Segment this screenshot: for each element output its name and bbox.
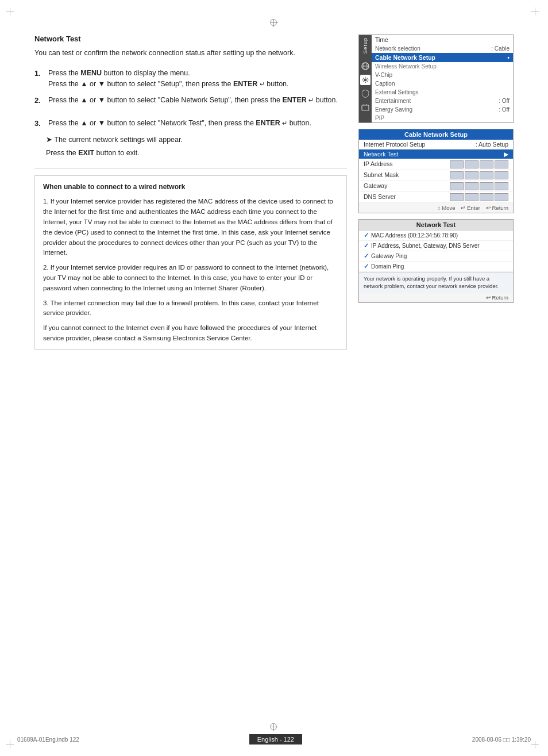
nt-footer: ↩ Return	[359, 293, 513, 302]
panel-ip-protocol-row: Internet Protocol Setup : Auto Setup	[359, 140, 513, 149]
nt-row-gateway: ✓ Gateway Ping	[359, 251, 513, 262]
dns-label: DNS Server	[364, 193, 396, 201]
ip-boxes-address	[450, 160, 508, 168]
footer-move: ↕ Move	[438, 205, 456, 211]
gateway-box-3	[480, 182, 493, 190]
menu-pip-row: PIP	[372, 114, 513, 122]
step-1: 1. Press the MENU button to display the …	[34, 68, 347, 90]
gateway-label: Gateway	[364, 182, 387, 190]
warning-box: When unable to connect to a wired networ…	[34, 175, 347, 350]
panel-gateway-row: Gateway	[359, 181, 513, 192]
footer-enter: ↵ Enter	[461, 205, 480, 211]
top-crosshair-icon	[268, 17, 280, 29]
gateway-box-2	[465, 182, 478, 190]
page-number-box: English - 122	[249, 734, 302, 745]
ip-protocol-label: Internet Protocol Setup	[364, 141, 425, 148]
nt-row-ip: ✓ IP Address, Subnet, Gateway, DNS Serve…	[359, 241, 513, 251]
setup-menu-panel: Setup	[358, 34, 514, 123]
top-crosshair-area	[0, 17, 548, 29]
shield-icon	[360, 89, 371, 99]
energy-value: : Off	[499, 106, 510, 113]
panel-dns-row: DNS Server	[359, 192, 513, 203]
globe-icon	[360, 61, 371, 71]
enter-icon-3: ↵	[282, 120, 287, 126]
setup-content: Time Network selection : Cable Cable Net…	[372, 35, 513, 122]
step-2-content: Press the ▲ or ▼ button to select "Cable…	[48, 95, 347, 106]
nt-panel-title: Network Test	[359, 220, 513, 231]
network-label: Network selection	[375, 45, 420, 52]
dns-box-1	[450, 193, 464, 201]
corner-tl	[6, 6, 17, 17]
steps-list: 1. Press the MENU button to display the …	[34, 68, 347, 106]
step-3-area: 3. Press the ▲ or ▼ button to select "Ne…	[34, 118, 347, 159]
check-mac: ✓	[364, 232, 369, 239]
dns-box-4	[495, 193, 508, 201]
nt-row-domain: ✓ Domain Ping	[359, 262, 513, 272]
network-value: : Cable	[491, 45, 510, 52]
svg-rect-4	[362, 105, 369, 110]
dns-box-3	[480, 193, 493, 201]
footer-left: 01689A-01Eng.indb 122	[17, 736, 79, 743]
step-1-sub: Press the ▲ or ▼ button to select "Setup…	[48, 79, 347, 90]
cable-setup-label: Cable Network Setup	[375, 54, 435, 61]
warning-title: When unable to connect to a wired networ…	[43, 182, 338, 193]
ip-protocol-value: : Auto Setup	[476, 141, 508, 148]
panel-network-test-row: Network Test ▶	[359, 149, 513, 159]
ip-boxes-dns	[450, 193, 508, 201]
ip-box-2	[465, 160, 478, 168]
enter-icon-1: ↵	[260, 80, 265, 87]
intro-text: You can test or confirm the network conn…	[34, 48, 347, 59]
warning-item-2: 2. If your Internet service provider req…	[43, 263, 338, 293]
gateway-box-1	[450, 182, 464, 190]
menu-network-row: Network selection : Cable	[372, 44, 513, 53]
menu-time-row: Time	[372, 35, 513, 44]
menu-external-row: External Settings	[372, 88, 513, 97]
menu-energy-row: Energy Saving : Off	[372, 105, 513, 114]
ip-boxes-subnet	[450, 171, 508, 179]
check-gateway: ✓	[364, 252, 369, 260]
caption-label: Caption	[375, 80, 395, 87]
ip-box-4	[495, 160, 508, 168]
entertainment-label: Entertainment	[375, 98, 411, 104]
dns-box-2	[465, 193, 478, 201]
step-2: 2. Press the ▲ or ▼ button to select "Ca…	[34, 95, 347, 106]
nt-message: Your network is operating properly. If y…	[359, 272, 513, 293]
ip-boxes-gateway	[450, 182, 508, 190]
enter-bold-2: ENTER	[282, 96, 306, 104]
nt-ip-label: IP Address, Subnet, Gateway, DNS Server	[371, 243, 480, 249]
menu-bold: MENU	[80, 69, 102, 77]
bottom-crosshair-area	[0, 722, 548, 733]
entertainment-value: : Off	[499, 98, 510, 104]
panel-subnet-row: Subnet Mask	[359, 170, 513, 181]
subnet-box-4	[495, 171, 508, 179]
pip-label: PIP	[375, 115, 384, 121]
page-footer: 01689A-01Eng.indb 122 English - 122 2008…	[0, 734, 548, 745]
step-3-note1: ➤ The current network settings will appe…	[46, 135, 347, 145]
menu-vchip-row: V-Chip	[372, 71, 513, 79]
exit-bold: EXIT	[78, 149, 94, 157]
cable-setup-dot: •	[507, 54, 510, 61]
subnet-box-2	[465, 171, 478, 179]
enter-bold-3: ENTER	[256, 119, 280, 127]
warning-item-3: 3. The internet connection may fail due …	[43, 298, 338, 319]
wireless-label: Wireless Network Setup	[375, 63, 437, 70]
arrow-note1: ➤	[46, 136, 54, 144]
gear-icon	[360, 75, 371, 85]
section-title: Network Test	[34, 34, 347, 43]
footer-return: ↩ Return	[486, 205, 508, 211]
step-3-number: 3.	[34, 118, 44, 129]
menu-caption-row: Caption	[372, 79, 513, 88]
network-test-arrow: ▶	[504, 151, 508, 158]
main-content: Network Test You can test or confirm the…	[34, 34, 514, 350]
enter-bold-1: ENTER	[233, 80, 257, 88]
subnet-box-1	[450, 171, 464, 179]
panel-ip-address-row: IP Address	[359, 159, 513, 170]
svg-point-3	[364, 78, 367, 81]
footer-right: 2008-08-06 □□ 1:39:20	[472, 736, 531, 743]
separator	[34, 168, 347, 168]
setup-label: Setup	[362, 37, 368, 54]
external-label: External Settings	[375, 89, 419, 95]
enter-icon-2: ↵	[308, 97, 314, 103]
sidebar-icons	[359, 59, 372, 115]
step-3: 3. Press the ▲ or ▼ button to select "Ne…	[34, 118, 347, 129]
